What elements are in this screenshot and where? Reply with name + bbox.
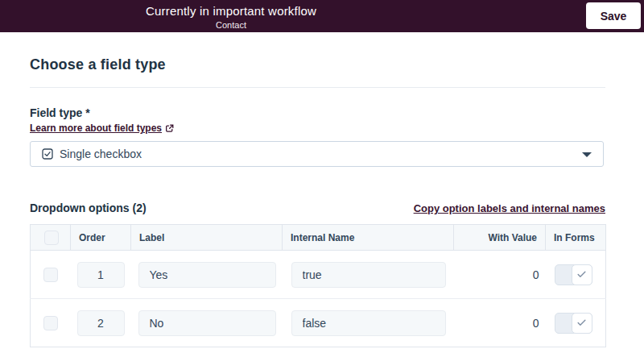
field-type-select[interactable]: Single checkbox [30, 141, 604, 167]
header-cell-internal-name: Internal Name [283, 225, 454, 251]
external-link-icon [165, 124, 174, 133]
internal-name-input[interactable] [291, 262, 446, 288]
header-cell-in-forms: In Forms [546, 225, 606, 251]
banner-subtitle: Contact [146, 20, 316, 30]
banner-text: Currently in important workflow Contact [146, 4, 316, 30]
single-checkbox-icon [42, 148, 53, 160]
copy-options-link[interactable]: Copy option labels and internal names [414, 202, 605, 214]
row-checkbox[interactable] [43, 268, 58, 282]
label-input[interactable] [138, 262, 276, 288]
header-cell-with-value: With Value [454, 225, 546, 251]
dropdown-options-title: Dropdown options (2) [30, 202, 147, 214]
with-value-count: 0 [454, 251, 546, 299]
table-row: 0 [31, 299, 606, 347]
checkmark-icon [572, 313, 592, 334]
with-value-count: 0 [454, 299, 546, 347]
label-input[interactable] [138, 310, 276, 336]
field-type-panel: Choose a field type Field type * Learn m… [30, 56, 605, 347]
learn-more-link[interactable]: Learn more about field types [30, 123, 174, 134]
banner-title: Currently in important workflow [146, 4, 316, 18]
page-title: Choose a field type [30, 56, 605, 73]
in-forms-toggle[interactable] [555, 264, 592, 285]
save-button[interactable]: Save [586, 2, 641, 29]
order-input[interactable] [77, 310, 125, 336]
internal-name-input[interactable] [291, 310, 446, 336]
section-divider [30, 87, 605, 88]
header-cell-order: Order [71, 225, 131, 251]
options-header-row: Dropdown options (2) Copy option labels … [30, 202, 605, 214]
row-checkbox[interactable] [43, 316, 58, 330]
field-type-label: Field type * [30, 106, 605, 119]
select-all-checkbox[interactable] [44, 231, 59, 245]
order-input[interactable] [77, 262, 125, 288]
options-table: Order Label Internal Name With Value In … [30, 224, 606, 347]
table-row: 0 [31, 251, 606, 299]
header-cell-select [31, 225, 71, 251]
in-forms-toggle[interactable] [555, 313, 592, 334]
header-cell-label: Label [131, 225, 283, 251]
checkmark-icon [572, 264, 592, 285]
field-type-selected-value: Single checkbox [60, 147, 142, 160]
learn-more-link-text: Learn more about field types [30, 123, 162, 134]
table-header-row: Order Label Internal Name With Value In … [31, 225, 606, 251]
workflow-banner: Currently in important workflow Contact … [0, 0, 644, 32]
caret-down-icon [582, 152, 592, 157]
